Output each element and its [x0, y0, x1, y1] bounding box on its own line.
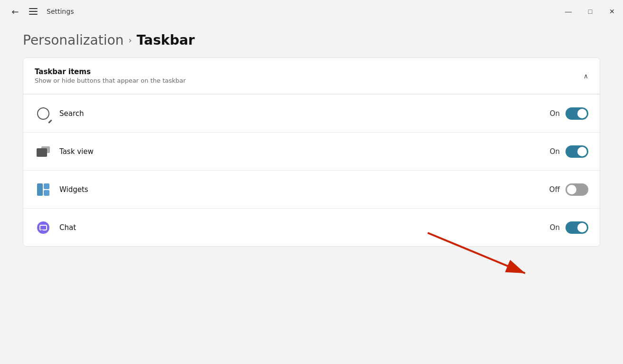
window-controls: — □ ✕: [557, 0, 623, 23]
chat-status: On: [550, 223, 560, 232]
search-toggle[interactable]: [565, 107, 588, 120]
chat-control: On: [550, 221, 588, 234]
search-label: Search: [59, 109, 550, 118]
taskview-label: Task view: [59, 147, 550, 156]
taskview-control: On: [550, 145, 588, 158]
close-button[interactable]: ✕: [601, 0, 623, 23]
search-control: On: [550, 107, 588, 120]
card-subtitle: Show or hide buttons that appear on the …: [35, 77, 186, 84]
collapse-chevron[interactable]: ∧: [584, 72, 588, 80]
search-status: On: [550, 109, 560, 118]
setting-row-chat: Chat On: [23, 208, 600, 246]
card-title: Taskbar items: [35, 67, 186, 76]
setting-row-taskview: Task view On: [23, 132, 600, 170]
breadcrumb: Personalization › Taskbar: [0, 23, 623, 53]
widgets-toggle[interactable]: [565, 183, 588, 196]
titlebar: ← Settings — □ ✕: [0, 0, 623, 23]
main-content: Taskbar items Show or hide buttons that …: [0, 53, 623, 251]
chat-icon: [35, 219, 52, 236]
taskview-icon: [35, 143, 52, 160]
breadcrumb-arrow: ›: [128, 35, 132, 45]
widgets-label: Widgets: [59, 185, 549, 194]
app-title: Settings: [47, 8, 615, 15]
setting-row-widgets: Widgets Off: [23, 170, 600, 208]
taskbar-items-card: Taskbar items Show or hide buttons that …: [23, 57, 600, 247]
widgets-control: Off: [549, 183, 588, 196]
breadcrumb-parent[interactable]: Personalization: [23, 32, 124, 48]
widgets-icon: [35, 181, 52, 198]
taskview-status: On: [550, 147, 560, 156]
breadcrumb-current: Taskbar: [137, 32, 195, 48]
card-header: Taskbar items Show or hide buttons that …: [23, 58, 600, 94]
maximize-button[interactable]: □: [579, 0, 601, 23]
widgets-status: Off: [549, 185, 560, 194]
taskview-toggle[interactable]: [565, 145, 588, 158]
menu-button[interactable]: [26, 4, 41, 19]
search-icon: [35, 105, 52, 122]
minimize-button[interactable]: —: [557, 0, 579, 23]
chat-toggle[interactable]: [565, 221, 588, 234]
setting-row-search: Search On: [23, 94, 600, 132]
back-button[interactable]: ←: [8, 4, 23, 19]
chat-label: Chat: [59, 223, 550, 232]
